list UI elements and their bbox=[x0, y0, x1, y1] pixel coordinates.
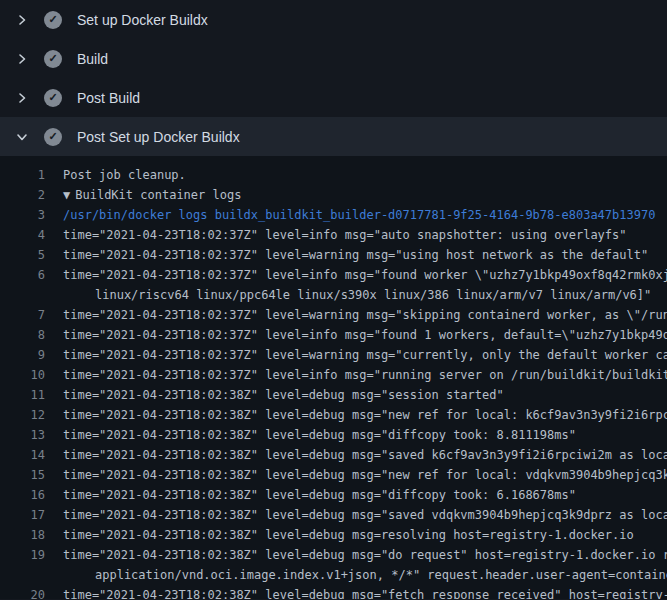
log-line: 5time="2021-04-23T18:02:37Z" level=warni… bbox=[0, 245, 667, 265]
log-line-text: time="2021-04-23T18:02:38Z" level=debug … bbox=[63, 485, 576, 505]
log-line-text: time="2021-04-23T18:02:37Z" level=warnin… bbox=[63, 305, 667, 325]
log-line-number[interactable]: 20 bbox=[0, 585, 45, 599]
log-panel: 1Post job cleanup.2▼BuildKit container l… bbox=[0, 156, 667, 599]
step-label: Set up Docker Buildx bbox=[77, 12, 208, 28]
log-line: 18time="2021-04-23T18:02:38Z" level=debu… bbox=[0, 525, 667, 545]
log-line-number[interactable]: 2 bbox=[0, 185, 45, 205]
log-line: 16time="2021-04-23T18:02:38Z" level=debu… bbox=[0, 485, 667, 505]
log-line-number[interactable]: 11 bbox=[0, 385, 45, 405]
log-line: 6time="2021-04-23T18:02:37Z" level=info … bbox=[0, 265, 667, 285]
log-line: 12time="2021-04-23T18:02:38Z" level=debu… bbox=[0, 405, 667, 425]
log-line-text: time="2021-04-23T18:02:38Z" level=debug … bbox=[63, 525, 634, 545]
log-line-number[interactable]: 12 bbox=[0, 405, 45, 425]
log-line-text: time="2021-04-23T18:02:38Z" level=debug … bbox=[63, 445, 667, 465]
check-circle-icon: ✓ bbox=[44, 11, 62, 29]
log-line-continuation: linux/riscv64 linux/ppc64le linux/s390x … bbox=[0, 285, 667, 305]
log-line: 9time="2021-04-23T18:02:37Z" level=warni… bbox=[0, 345, 667, 365]
log-line-continuation: application/vnd.oci.image.index.v1+json,… bbox=[0, 565, 667, 585]
log-line-text: application/vnd.oci.image.index.v1+json,… bbox=[95, 565, 667, 585]
log-line-number-spacer bbox=[0, 565, 45, 585]
log-line-number[interactable]: 16 bbox=[0, 485, 45, 505]
log-line: 13time="2021-04-23T18:02:38Z" level=debu… bbox=[0, 425, 667, 445]
log-line-number[interactable]: 15 bbox=[0, 465, 45, 485]
step-header-set-up-docker-buildx[interactable]: ✓Set up Docker Buildx bbox=[0, 0, 667, 39]
chevron-right-icon[interactable] bbox=[13, 53, 31, 65]
log-line: 20time="2021-04-23T18:02:38Z" level=debu… bbox=[0, 585, 667, 599]
log-line-text: time="2021-04-23T18:02:38Z" level=debug … bbox=[63, 385, 504, 405]
chevron-right-icon[interactable] bbox=[13, 14, 31, 26]
log-line-text: time="2021-04-23T18:02:38Z" level=debug … bbox=[63, 405, 667, 425]
step-label: Build bbox=[77, 51, 108, 67]
log-line: 7time="2021-04-23T18:02:37Z" level=warni… bbox=[0, 305, 667, 325]
log-command-text: /usr/bin/docker logs buildx_buildkit_bui… bbox=[63, 205, 655, 225]
step-label: Post Set up Docker Buildx bbox=[77, 129, 240, 145]
log-line-number[interactable]: 14 bbox=[0, 445, 45, 465]
log-line: 11time="2021-04-23T18:02:38Z" level=debu… bbox=[0, 385, 667, 405]
log-line: 2▼BuildKit container logs bbox=[0, 185, 667, 205]
log-line-number[interactable]: 4 bbox=[0, 225, 45, 245]
log-line: 15time="2021-04-23T18:02:38Z" level=debu… bbox=[0, 465, 667, 485]
log-line-number[interactable]: 8 bbox=[0, 325, 45, 345]
step-header-post-build[interactable]: ✓Post Build bbox=[0, 78, 667, 117]
log-line: 10time="2021-04-23T18:02:37Z" level=info… bbox=[0, 365, 667, 385]
check-circle-icon: ✓ bbox=[44, 128, 62, 146]
group-collapse-triangle-icon[interactable]: ▼ bbox=[63, 188, 70, 202]
log-line: 17time="2021-04-23T18:02:38Z" level=debu… bbox=[0, 505, 667, 525]
log-line: 8time="2021-04-23T18:02:37Z" level=info … bbox=[0, 325, 667, 345]
log-line-text: linux/riscv64 linux/ppc64le linux/s390x … bbox=[95, 285, 651, 305]
check-circle-icon: ✓ bbox=[44, 50, 62, 68]
log-line-text: time="2021-04-23T18:02:38Z" level=debug … bbox=[63, 545, 667, 565]
log-line-number[interactable]: 10 bbox=[0, 365, 45, 385]
log-line-number[interactable]: 13 bbox=[0, 425, 45, 445]
log-line: 19time="2021-04-23T18:02:38Z" level=debu… bbox=[0, 545, 667, 565]
log-line-number[interactable]: 6 bbox=[0, 265, 45, 285]
log-line-text: time="2021-04-23T18:02:38Z" level=debug … bbox=[63, 505, 667, 525]
steps-panel: ✓Set up Docker Buildx✓Build✓Post Build✓P… bbox=[0, 0, 667, 156]
log-line-text: time="2021-04-23T18:02:37Z" level=info m… bbox=[63, 265, 667, 285]
log-line-number[interactable]: 18 bbox=[0, 525, 45, 545]
log-line-text: Post job cleanup. bbox=[63, 165, 186, 185]
log-line-text: time="2021-04-23T18:02:38Z" level=debug … bbox=[63, 585, 667, 599]
chevron-down-icon[interactable] bbox=[13, 131, 31, 143]
log-line: 14time="2021-04-23T18:02:38Z" level=debu… bbox=[0, 445, 667, 465]
log-line-number[interactable]: 3 bbox=[0, 205, 45, 225]
log-line: 4time="2021-04-23T18:02:37Z" level=info … bbox=[0, 225, 667, 245]
log-line-number[interactable]: 5 bbox=[0, 245, 45, 265]
log-line-number[interactable]: 1 bbox=[0, 165, 45, 185]
log-line-text: time="2021-04-23T18:02:38Z" level=debug … bbox=[63, 465, 667, 485]
log-line-text: time="2021-04-23T18:02:37Z" level=info m… bbox=[63, 325, 667, 345]
log-line-text: time="2021-04-23T18:02:37Z" level=warnin… bbox=[63, 345, 667, 365]
step-header-build[interactable]: ✓Build bbox=[0, 39, 667, 78]
log-line-number-spacer bbox=[0, 285, 45, 305]
log-line-text: BuildKit container logs bbox=[75, 188, 241, 202]
step-label: Post Build bbox=[77, 90, 140, 106]
check-circle-icon: ✓ bbox=[44, 89, 62, 107]
log-line: 3/usr/bin/docker logs buildx_buildkit_bu… bbox=[0, 205, 667, 225]
log-line: 1Post job cleanup. bbox=[0, 165, 667, 185]
log-line-text: ▼BuildKit container logs bbox=[63, 185, 241, 205]
log-line-number[interactable]: 19 bbox=[0, 545, 45, 565]
chevron-right-icon[interactable] bbox=[13, 92, 31, 104]
log-line-text: time="2021-04-23T18:02:38Z" level=debug … bbox=[63, 425, 576, 445]
log-line-text: time="2021-04-23T18:02:37Z" level=info m… bbox=[63, 225, 627, 245]
log-line-text: time="2021-04-23T18:02:37Z" level=info m… bbox=[63, 365, 667, 385]
step-header-post-set-up-docker-buildx[interactable]: ✓Post Set up Docker Buildx bbox=[0, 117, 667, 156]
log-line-number[interactable]: 7 bbox=[0, 305, 45, 325]
log-line-text: time="2021-04-23T18:02:37Z" level=warnin… bbox=[63, 245, 648, 265]
log-line-number[interactable]: 17 bbox=[0, 505, 45, 525]
log-line-number[interactable]: 9 bbox=[0, 345, 45, 365]
